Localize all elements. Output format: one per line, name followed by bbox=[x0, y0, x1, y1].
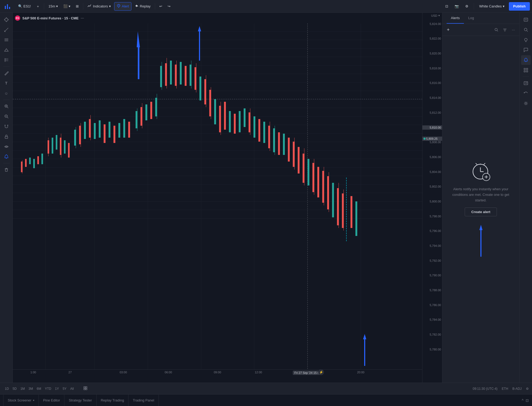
filter-alerts-btn[interactable] bbox=[501, 26, 509, 33]
far-right-chat[interactable] bbox=[521, 45, 531, 55]
svg-rect-212 bbox=[84, 388, 85, 390]
sidebar-text[interactable]: T bbox=[2, 78, 11, 88]
fullscreen-btn[interactable]: ⊡ bbox=[443, 2, 450, 11]
sidebar-trash[interactable] bbox=[2, 165, 11, 175]
stock-screener-item[interactable]: Stock Screener ▾ bbox=[3, 395, 39, 406]
white-candles-btn[interactable]: White Candles ▾ bbox=[477, 2, 507, 11]
separator-2 bbox=[83, 3, 83, 10]
sidebar-fib[interactable] bbox=[2, 55, 11, 65]
dropdown-icon: ▾ bbox=[33, 399, 34, 402]
svg-rect-97 bbox=[118, 123, 120, 138]
far-right-sidebar bbox=[519, 13, 532, 383]
svg-rect-203 bbox=[526, 71, 528, 72]
lightning-marker[interactable]: ⚡ bbox=[318, 369, 324, 375]
pine-editor-item[interactable]: Pine Editor bbox=[39, 395, 65, 406]
trading-panel-item[interactable]: Trading Panel bbox=[128, 395, 159, 406]
chart-area[interactable]: ES S&P 500 E-mini Futures · 15 · CME — bbox=[13, 13, 442, 383]
indicators-btn[interactable]: Indicators ▾ bbox=[85, 2, 113, 11]
replay-trading-item[interactable]: Replay Trading bbox=[97, 395, 128, 406]
far-right-watchlist[interactable] bbox=[521, 15, 531, 24]
badj-label[interactable]: B-ADJ bbox=[512, 387, 522, 391]
svg-rect-168 bbox=[138, 47, 139, 79]
sidebar-draw[interactable] bbox=[2, 25, 11, 35]
alert-btn[interactable]: Alert bbox=[114, 2, 131, 11]
svg-rect-79 bbox=[52, 138, 53, 154]
create-alert-btn[interactable]: Create alert bbox=[465, 208, 497, 216]
expand-panel-btn[interactable]: ⊡ bbox=[526, 398, 529, 403]
svg-point-32 bbox=[6, 146, 7, 147]
sidebar-eye[interactable] bbox=[2, 142, 11, 151]
svg-rect-213 bbox=[86, 388, 87, 390]
far-right-alerts[interactable] bbox=[521, 55, 531, 65]
sidebar-magnet[interactable] bbox=[2, 122, 11, 131]
search-alerts-btn[interactable] bbox=[493, 26, 500, 33]
far-right-search[interactable] bbox=[521, 25, 531, 35]
sidebar-lock[interactable] bbox=[2, 132, 11, 141]
svg-rect-129 bbox=[224, 102, 226, 130]
period-1d[interactable]: 1D bbox=[3, 386, 10, 391]
sidebar-shapes[interactable] bbox=[2, 45, 11, 55]
svg-rect-172 bbox=[199, 31, 200, 61]
timeframe-btn[interactable]: 15m ▾ bbox=[46, 2, 60, 11]
svg-rect-80 bbox=[56, 135, 57, 150]
search-symbol-btn[interactable]: 🔍 ES1! bbox=[16, 2, 33, 11]
svg-point-175 bbox=[495, 28, 497, 31]
add-alert-btn[interactable]: + bbox=[444, 26, 452, 33]
settings-btn[interactable]: ⚙ bbox=[463, 2, 471, 11]
eth-label[interactable]: ETH bbox=[502, 387, 508, 391]
snapshot-btn[interactable]: 📷 bbox=[452, 2, 461, 11]
chart-settings-btn[interactable]: ⚙ bbox=[526, 387, 529, 391]
svg-rect-95 bbox=[109, 122, 110, 138]
collapse-panel-btn[interactable]: ^ bbox=[522, 398, 523, 403]
sidebar-crosshair[interactable] bbox=[2, 15, 11, 24]
tab-alerts[interactable]: Alerts bbox=[447, 13, 464, 24]
sidebar-lines[interactable] bbox=[2, 35, 11, 45]
redo-btn[interactable]: ↪ bbox=[165, 2, 173, 11]
alerts-description: Alerts notify you instantly when your co… bbox=[449, 187, 513, 203]
add-symbol-btn[interactable]: ＋ bbox=[34, 2, 42, 11]
period-3m[interactable]: 3M bbox=[27, 386, 35, 391]
price-5820: 5,820.00 bbox=[430, 52, 441, 55]
period-1y[interactable]: 1Y bbox=[53, 386, 61, 391]
expand-icon: — bbox=[81, 16, 84, 20]
sidebar-zoom-out[interactable] bbox=[2, 112, 11, 121]
chart-type-btn[interactable]: ⬛ ▾ bbox=[61, 2, 73, 11]
panel-toolbar: + ··· bbox=[442, 24, 519, 36]
price-chart[interactable] bbox=[13, 23, 422, 369]
publish-btn[interactable]: Publish bbox=[509, 2, 530, 11]
time-0300: 03:00 bbox=[120, 371, 127, 374]
far-right-replay[interactable] bbox=[521, 88, 531, 98]
alert-icon bbox=[117, 4, 121, 9]
sidebar-zoom-in[interactable] bbox=[2, 102, 11, 111]
more-alerts-btn[interactable]: ··· bbox=[510, 26, 517, 33]
period-5y[interactable]: 5Y bbox=[61, 386, 68, 391]
svg-rect-145 bbox=[288, 138, 290, 162]
layout-btn[interactable]: ⊞ bbox=[74, 2, 81, 11]
publish-label: Publish bbox=[513, 4, 526, 8]
time-27: 27 bbox=[68, 371, 72, 374]
period-ytd[interactable]: YTD bbox=[43, 386, 53, 391]
layout-icon: ⊞ bbox=[76, 4, 79, 8]
period-all[interactable]: All bbox=[69, 386, 75, 391]
sidebar-emoji[interactable]: ☺ bbox=[2, 88, 11, 98]
svg-line-185 bbox=[484, 163, 485, 165]
period-1m[interactable]: 1M bbox=[19, 386, 27, 391]
strategy-tester-item[interactable]: Strategy Tester bbox=[64, 395, 96, 406]
far-right-settings[interactable] bbox=[521, 99, 531, 108]
far-right-news[interactable] bbox=[521, 78, 531, 88]
undo-btn[interactable]: ↩ bbox=[157, 2, 164, 11]
sidebar-brush[interactable] bbox=[2, 68, 11, 78]
svg-point-194 bbox=[524, 28, 527, 31]
far-right-data[interactable] bbox=[521, 65, 531, 75]
auto-fit-btn[interactable] bbox=[82, 385, 89, 392]
sidebar-alerts[interactable] bbox=[2, 152, 11, 162]
svg-rect-130 bbox=[229, 111, 231, 132]
arrow-illustration bbox=[479, 225, 483, 257]
period-5d[interactable]: 5D bbox=[11, 386, 18, 391]
svg-marker-167 bbox=[137, 31, 140, 47]
svg-rect-132 bbox=[239, 111, 241, 132]
far-right-ideas[interactable] bbox=[521, 35, 531, 45]
replay-btn[interactable]: Replay bbox=[132, 2, 153, 11]
period-6m[interactable]: 6M bbox=[35, 386, 43, 391]
tab-log[interactable]: Log bbox=[464, 13, 478, 24]
